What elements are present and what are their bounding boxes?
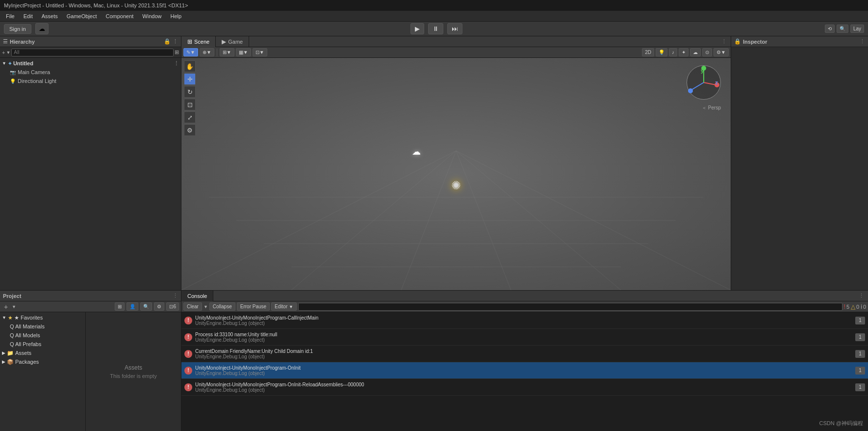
hierarchy-item-light[interactable]: 💡 Directional Light xyxy=(0,77,181,85)
cloud-button[interactable]: ☁ xyxy=(35,23,49,34)
hierarchy-search[interactable] xyxy=(11,49,174,56)
hierarchy-scene[interactable]: ▼ ✦ Untitled ⋮ xyxy=(0,59,181,68)
scene-canvas[interactable]: ✋ ✛ ↻ ⊡ ⤢ ⚙ ✺ ☁ xyxy=(181,58,731,290)
tool-rect[interactable]: ⤢ xyxy=(184,111,196,123)
lower-area: Project ⋮ + ▼ ⊞ 👤 🔍 ⚙ ⊡6 ▼ ★ ★ Favorites xyxy=(0,290,868,431)
console-row[interactable]: !CurrentDomain FriendlyName:Unity Child … xyxy=(181,346,868,362)
project-panel: Project ⋮ + ▼ ⊞ 👤 🔍 ⚙ ⊡6 ▼ ★ ★ Favorites xyxy=(0,291,181,431)
scene-options[interactable]: ⋮ xyxy=(174,60,179,67)
menu-window[interactable]: Window xyxy=(138,12,165,20)
tool-hand[interactable]: ✋ xyxy=(184,60,196,72)
collab-button[interactable]: ⟲ xyxy=(825,25,835,33)
console-row[interactable]: !UnityMonoInject-UnityMonoInjectProgram-… xyxy=(181,362,868,379)
play-button[interactable]: ▶ xyxy=(410,23,424,34)
tab-scene[interactable]: ⊞ Scene xyxy=(181,36,216,47)
project-dropdown-icon[interactable]: ▼ xyxy=(12,304,16,309)
gizmo-z-label: z xyxy=(715,80,718,85)
scene-tool-2d[interactable]: 2D xyxy=(642,48,654,56)
tab-game[interactable]: ▶ Game xyxy=(216,36,249,47)
hierarchy-dropdown-icon[interactable]: ▼ xyxy=(6,50,10,55)
svg-point-15 xyxy=(688,88,693,93)
hierarchy-expand-icon[interactable]: ☰ xyxy=(3,38,8,45)
console-msg-line1: UnityMonoInject-UnityMonoInjectProgram-O… xyxy=(195,382,852,387)
scene-tool-grid[interactable]: ▦▼ xyxy=(236,48,251,56)
scene-gizmo[interactable]: x y z xyxy=(684,63,723,102)
light-icon: 💡 xyxy=(10,79,16,84)
scene-tool-move[interactable]: ✎▼ xyxy=(183,48,198,56)
scene-tool-layout[interactable]: ⊞▼ xyxy=(220,48,234,56)
project-slider[interactable]: ⊡6 xyxy=(166,302,179,311)
project-toolbar: + ▼ ⊞ 👤 🔍 ⚙ ⊡6 xyxy=(0,301,181,312)
hierarchy-panel: ☰ Hierarchy 🔒 ⋮ + ▼ ⊞ ▼ ✦ Untitled ⋮ xyxy=(0,36,181,290)
project-favorites[interactable]: ▼ ★ ★ Favorites xyxy=(0,313,85,322)
scene-tool-lighting[interactable]: 💡 xyxy=(656,48,667,56)
tool-scale[interactable]: ⊡ xyxy=(184,99,196,110)
scene-tool-gizmos[interactable]: ⚙▼ xyxy=(714,48,729,56)
menu-assets[interactable]: Assets xyxy=(38,12,62,20)
tool-move[interactable]: ✛ xyxy=(184,73,196,85)
scene-tool-fx[interactable]: ✦ xyxy=(679,48,689,56)
sign-in-button[interactable]: Sign in xyxy=(4,24,31,34)
hierarchy-toolbar: + ▼ ⊞ xyxy=(0,47,181,58)
project-sidebar: ▼ ★ ★ Favorites Q All Materials Q All Mo… xyxy=(0,312,181,431)
project-add-button[interactable]: + xyxy=(2,303,10,311)
hierarchy-add-icon[interactable]: + xyxy=(2,50,5,55)
sun-object: ✺ xyxy=(451,179,461,192)
tool-rotate[interactable]: ↻ xyxy=(184,86,196,98)
console-row[interactable]: !UnityMonoInject-UnityMonoInjectProgram-… xyxy=(181,312,868,329)
console-tab[interactable]: Console xyxy=(181,291,213,301)
console-errorpause-button[interactable]: Error Pause xyxy=(237,302,270,311)
menu-help[interactable]: Help xyxy=(166,12,185,20)
project-all-prefabs[interactable]: Q All Prefabs xyxy=(0,340,85,349)
scene-tool-camera[interactable]: ⊙ xyxy=(702,48,712,56)
console-row[interactable]: !Process id:33100 name:Unity title:nullU… xyxy=(181,329,868,346)
project-filter-button[interactable]: 🔍 xyxy=(140,302,152,311)
favorites-label: ★ Favorites xyxy=(14,315,43,321)
step-button[interactable]: ⏭ xyxy=(447,23,462,34)
hierarchy-menu-icon[interactable]: ⋮ xyxy=(173,38,178,45)
hierarchy-item-camera[interactable]: 📷 Main Camera xyxy=(0,68,181,77)
project-options[interactable]: ⋮ xyxy=(173,293,178,299)
project-all-materials[interactable]: Q All Materials xyxy=(0,322,85,331)
inspector-lock-icon[interactable]: 🔒 xyxy=(734,38,741,45)
inspector-header: 🔒 Inspector ⋮ xyxy=(731,36,868,47)
pause-button[interactable]: ⏸ xyxy=(428,23,443,34)
console-editor-button[interactable]: Editor ▼ xyxy=(271,302,297,311)
error-count: 5 xyxy=(846,304,849,310)
project-view-toggle[interactable]: ⊞ xyxy=(115,302,125,311)
hierarchy-lock-icon[interactable]: 🔒 xyxy=(164,38,171,45)
scene-view-options[interactable]: ⋮ xyxy=(717,38,731,45)
menu-file[interactable]: File xyxy=(2,12,19,20)
menu-gameobject[interactable]: GameObject xyxy=(63,12,101,20)
project-settings-button[interactable]: ⚙ xyxy=(154,302,164,311)
all-models-label: Q All Models xyxy=(10,332,40,338)
search-toolbar-button[interactable]: 🔍 xyxy=(837,25,848,33)
game-tab-label: Game xyxy=(228,39,243,45)
console-msg-count: 1 xyxy=(855,367,865,375)
scene-tool-snap[interactable]: ⊡▼ xyxy=(253,48,267,56)
console-tab-options[interactable]: ⋮ xyxy=(855,293,868,299)
svg-line-10 xyxy=(704,82,716,85)
scene-tool-transform[interactable]: ⊕▼ xyxy=(200,48,214,56)
project-assets-folder[interactable]: ▶ 📁 Assets xyxy=(0,349,85,357)
layers-button[interactable]: Lay xyxy=(850,25,864,33)
inspector-options[interactable]: ⋮ xyxy=(860,38,865,45)
project-all-models[interactable]: Q All Models xyxy=(0,331,85,340)
hierarchy-icon-btn[interactable]: ⊞ xyxy=(175,49,179,55)
console-clear-button[interactable]: Clear xyxy=(183,302,202,311)
scene-tool-audio[interactable]: ♪ xyxy=(669,48,677,56)
cloud-object: ☁ xyxy=(412,146,421,157)
console-collapse-button[interactable]: Collapse xyxy=(209,302,235,311)
console-search-input[interactable] xyxy=(298,303,842,311)
menu-component[interactable]: Component xyxy=(102,12,137,20)
project-packages-folder[interactable]: ▶ 📦 Packages xyxy=(0,357,85,366)
console-clear-dropdown[interactable]: ▼ xyxy=(204,304,208,309)
menu-edit[interactable]: Edit xyxy=(20,12,37,20)
scene-tool-sky[interactable]: ☁ xyxy=(690,48,701,56)
console-row[interactable]: !UnityMonoInject-UnityMonoInjectProgram-… xyxy=(181,379,868,396)
packages-label: Packages xyxy=(15,359,39,365)
scene-unity-icon: ✦ xyxy=(8,61,12,66)
all-materials-label: Q All Materials xyxy=(10,323,45,329)
project-search-button[interactable]: 👤 xyxy=(127,302,138,311)
tool-custom[interactable]: ⚙ xyxy=(184,124,196,136)
